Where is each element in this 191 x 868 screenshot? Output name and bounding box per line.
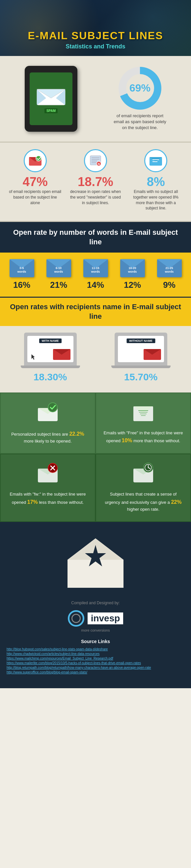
header-banner: E-MAIL SUBJECT LINES Statistics and Tren… <box>0 0 191 56</box>
word-range-1: 0-5words <box>18 267 26 274</box>
open-rate-header: Open rate by number of words in E-mail s… <box>0 222 191 253</box>
without-name-laptop: WITHOUT NAME <box>115 333 167 366</box>
word-pct-3: 14% <box>87 280 104 290</box>
word-range-5: 21-25words <box>165 267 174 274</box>
urgency-pct: 22% <box>171 499 182 505</box>
name-comparison-section: WITH NAME 18.30% WITHOUT NAME <box>0 326 191 393</box>
laptop-base-2 <box>111 366 170 368</box>
source-link-4[interactable]: https://www.mailerlite.com/blog/2015/10/… <box>7 661 184 665</box>
name-section-title: Open rates with recipients name in E-mai… <box>7 302 184 321</box>
compiled-by-text: Compiled and Designed by: <box>7 600 184 605</box>
stat-icon-2: N <box>84 149 107 172</box>
word-envelope-1: 0-5words <box>9 259 34 277</box>
stat-item-1: 47% of email recipients open email based… <box>9 149 62 211</box>
with-name-cursor-icon <box>30 353 37 361</box>
word-item-2: 6-10words 21% <box>46 259 71 290</box>
spam-pct: 69% <box>129 82 151 94</box>
svg-point-25 <box>48 403 57 412</box>
with-name-box: WITH NAME 18.30% <box>16 333 85 383</box>
spam-stat-circle: 69% of email recipients report email as … <box>114 67 166 131</box>
invesp-tagline: more conversions <box>7 628 184 632</box>
tablet-screen: SPAM <box>30 72 72 125</box>
free-pct: 10% <box>122 438 132 443</box>
word-envelope-4: 16-20words <box>120 259 145 277</box>
green-boxes-section: Personalized subject lines are 22.2% mor… <box>0 393 191 454</box>
word-pct-5: 9% <box>163 280 176 290</box>
source-link-2[interactable]: http://www.chadwicksid.com/articles/subj… <box>7 652 184 656</box>
invesp-inner-circle <box>71 614 81 623</box>
free-box: Emails with "Free" in the subject line w… <box>96 393 191 454</box>
spam-envelope-icon <box>36 84 66 106</box>
word-item-5: 21-25words 9% <box>157 259 182 290</box>
invesp-text: invesp <box>88 613 124 624</box>
fw-icon <box>36 463 59 487</box>
house-svg <box>63 535 128 591</box>
stat-desc-1: of email recipients open email based on … <box>9 189 62 206</box>
envelope-check-icon <box>29 155 42 166</box>
free-envelope-icon <box>132 401 155 423</box>
personalized-envelope-icon <box>36 401 59 423</box>
personalized-box: Personalized subject lines are 22.2% mor… <box>0 393 96 454</box>
word-range-2: 6-10words <box>54 267 63 274</box>
spam-desc: of email recipients report email as spam… <box>114 113 166 131</box>
spam-label: SPAM <box>44 108 58 113</box>
word-pct-4: 12% <box>124 280 141 290</box>
newsletter-icon: N <box>89 155 102 166</box>
fw-pct: 17% <box>27 499 38 505</box>
header-title: E-MAIL SUBJECT LINES Statistics and Tren… <box>28 30 163 50</box>
main-subtitle: Statistics and Trends <box>28 43 163 50</box>
stat-item-3: 8% Emails with no subject all together w… <box>129 149 182 211</box>
invesp-logo: invesp <box>7 610 184 627</box>
word-count-section: 0-5words 16% 6-10words 21% 11-15words 14… <box>0 253 191 297</box>
word-item-4: 16-20words 12% <box>120 259 145 290</box>
tablet-illustration: SPAM <box>25 66 77 132</box>
word-item-1: 0-5words 16% <box>9 259 34 290</box>
footer-section: Compiled and Designed by: invesp more co… <box>0 522 191 688</box>
urgency-box: Subject lines that create a sense of urg… <box>96 454 191 522</box>
fw-box: Emails with "fw:" in the subject line we… <box>0 454 96 522</box>
source-link-6[interactable]: http://www.superoffice.com/blog/blog-ema… <box>7 671 184 674</box>
invesp-circle-icon <box>68 610 84 627</box>
fw-envelope-icon <box>36 463 59 484</box>
with-name-laptop: WITH NAME <box>24 333 77 366</box>
stat-desc-3: Emails with no subject all together were… <box>129 189 182 211</box>
donut-chart: 69% <box>119 67 161 110</box>
source-link-3[interactable]: https://www.mailchimp.com/resources/Emai… <box>7 657 184 660</box>
svg-text:N: N <box>98 162 100 166</box>
with-name-label: WITH NAME <box>39 339 62 343</box>
stat-icon-1 <box>24 149 47 172</box>
spam-section: SPAM 69% of email recipients report emai… <box>0 56 191 143</box>
main-title: E-MAIL SUBJECT LINES <box>28 30 163 42</box>
word-range-4: 16-20words <box>128 267 137 274</box>
stat-pct-3: 8% <box>129 175 182 189</box>
word-item-3: 11-15words 14% <box>83 259 108 290</box>
stat-icon-3 <box>144 149 167 172</box>
three-stats-section: 47% of email recipients open email based… <box>0 143 191 222</box>
free-icon <box>132 401 155 426</box>
laptop-screen-2: WITHOUT NAME <box>118 336 164 362</box>
free-text: Emails with "Free" in the subject line w… <box>103 430 184 445</box>
source-link-5[interactable]: http://blog.returnpath.com/blog/returnpa… <box>7 666 184 670</box>
source-link-1[interactable]: http://blog.hubspot.com/sales/subject-li… <box>7 647 184 651</box>
dark-green-boxes-section: Emails with "fw:" in the subject line we… <box>0 454 191 522</box>
fw-text: Emails with "fw:" in the subject line we… <box>7 491 88 506</box>
urgency-text: Subject lines that create a sense of urg… <box>103 491 184 513</box>
urgency-icon <box>132 463 155 487</box>
urgency-envelope-icon <box>132 463 155 484</box>
stat-desc-2: decrease in open rates when the word "ne… <box>69 189 122 206</box>
invesp-brand: invesp <box>88 613 124 624</box>
stat-item-2: N 18.7% decrease in open rates when the … <box>69 149 122 211</box>
with-name-envelope-icon <box>53 347 71 361</box>
laptop-base-1 <box>21 366 80 368</box>
personalized-pct: 22.2% <box>69 431 84 437</box>
footer-house-graphic <box>63 535 128 592</box>
stat-pct-2: 18.7% <box>69 175 122 189</box>
personalized-text: Personalized subject lines are 22.2% mor… <box>7 430 88 445</box>
word-envelope-3: 11-15words <box>83 259 108 277</box>
no-subject-icon <box>149 155 162 166</box>
word-pct-1: 16% <box>13 280 30 290</box>
word-pct-2: 21% <box>50 280 67 290</box>
without-name-pct: 15.70% <box>106 371 176 383</box>
source-links-title: Source Links <box>7 639 184 644</box>
word-envelope-5: 21-25words <box>157 259 182 277</box>
